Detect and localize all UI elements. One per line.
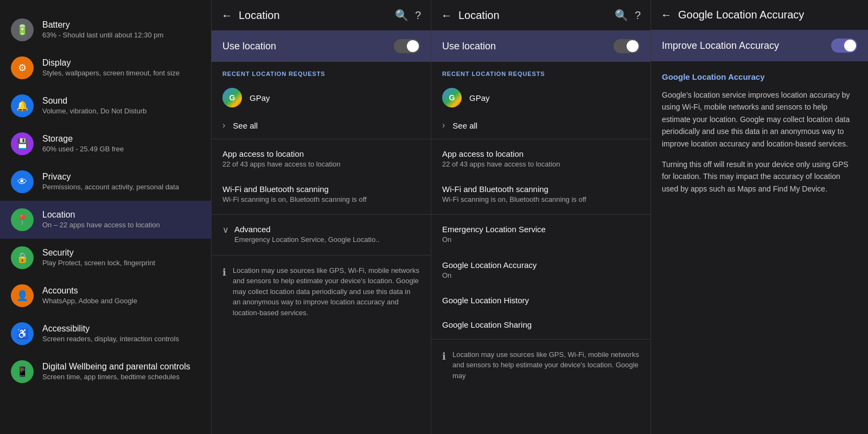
info-note-p2: ℹ Location may use sources like GPS, Wi-… [212, 258, 431, 326]
panel2-header: ← Location 🔍 ? [212, 0, 431, 30]
wifi-scan-p2[interactable]: Wi-Fi and Bluetooth scanning Wi-Fi scann… [212, 177, 431, 212]
app-access-subtitle-p2: 22 of 43 apps have access to location [222, 159, 420, 169]
icon-display: ⚙ [11, 56, 34, 79]
advanced-text-p2: Advanced Emergency Location Service, Goo… [234, 225, 379, 245]
gpay-text-p2: GPay [250, 93, 420, 103]
display-subtitle: Styles, wallpapers, screen timeout, font… [42, 69, 200, 78]
use-location-label-p3: Use location [442, 41, 496, 52]
digital-wellbeing-title: Digital Wellbeing and parental controls [42, 362, 200, 372]
security-text: Security Play Protect, screen lock, fing… [42, 248, 200, 268]
use-location-bar-p3: Use location [431, 30, 650, 62]
help-icon-p3[interactable]: ? [635, 9, 641, 22]
sound-subtitle: Volume, vibration, Do Not Disturb [42, 107, 200, 116]
back-arrow-p4[interactable]: ← [661, 9, 672, 21]
gpay-icon-p2: G [222, 88, 242, 107]
sidebar-item-accounts[interactable]: 👤 Accounts WhatsApp, Adobe and Google [0, 277, 211, 315]
icon-digital-wellbeing: 📱 [11, 360, 34, 383]
panel3-header: ← Location 🔍 ? [431, 0, 650, 30]
google-accuracy-subtitle-p3: On [442, 271, 640, 280]
google-history-p3[interactable]: Google Location History [431, 288, 650, 312]
info-icon-p2: ℹ [222, 266, 226, 278]
wifi-scan-p3[interactable]: Wi-Fi and Bluetooth scanning Wi-Fi scann… [431, 177, 650, 212]
sidebar-item-sound[interactable]: 🔔 Sound Volume, vibration, Do Not Distur… [0, 87, 211, 125]
sidebar-item-location[interactable]: 📍 Location On – 22 apps have access to l… [0, 201, 211, 239]
info-text-p3: Location may use sources like GPS, Wi-Fi… [452, 349, 640, 381]
see-all-p2[interactable]: › See all [212, 114, 431, 137]
google-sharing-p3[interactable]: Google Location Sharing [431, 312, 650, 337]
wifi-scan-title-p2: Wi-Fi and Bluetooth scanning [222, 184, 420, 194]
storage-title: Storage [42, 134, 200, 144]
use-location-bar-p2: Use location [212, 30, 431, 62]
settings-sidebar: 🔋 Battery 63% - Should last until about … [0, 0, 212, 434]
sound-text: Sound Volume, vibration, Do Not Disturb [42, 96, 200, 116]
see-all-p3[interactable]: › See all [431, 114, 650, 137]
accessibility-title: Accessibility [42, 324, 200, 334]
google-accuracy-section-title: Google Location Accuracy [662, 72, 857, 81]
google-accuracy-body: Google Location Accuracy Google's locati… [651, 61, 868, 214]
accessibility-subtitle: Screen readers, display, interaction con… [42, 335, 200, 344]
emergency-title-p3: Emergency Location Service [442, 225, 640, 234]
panel4-header: ← Google Location Accuracy [651, 0, 868, 30]
recent-requests-label-p2: RECENT LOCATION REQUESTS [212, 62, 431, 81]
improve-label: Improve Location Accuracy [662, 40, 779, 52]
advanced-section-p2[interactable]: ∨ Advanced Emergency Location Service, G… [212, 217, 431, 252]
sound-title: Sound [42, 96, 200, 106]
battery-subtitle: 63% - Should last until about 12:30 pm [42, 31, 200, 40]
improve-accuracy-bar: Improve Location Accuracy [651, 30, 868, 61]
google-history-title-p3: Google Location History [442, 296, 640, 305]
location-subtitle: On – 22 apps have access to location [42, 221, 200, 230]
panel2-title: Location [239, 9, 388, 22]
display-text: Display Styles, wallpapers, screen timeo… [42, 58, 200, 78]
sidebar-item-storage[interactable]: 💾 Storage 60% used - 25.49 GB free [0, 125, 211, 163]
use-location-toggle-p3[interactable] [614, 39, 640, 53]
search-icon-p2[interactable]: 🔍 [395, 9, 409, 22]
help-icon-p2[interactable]: ? [415, 9, 421, 22]
icon-accounts: 👤 [11, 284, 34, 307]
advanced-label-p2: Advanced [234, 225, 379, 234]
sidebar-item-privacy[interactable]: 👁 Privacy Permissions, account activity,… [0, 163, 211, 201]
emergency-subtitle-p3: On [442, 235, 640, 245]
sidebar-item-accessibility[interactable]: ♿ Accessibility Screen readers, display,… [0, 315, 211, 353]
display-title: Display [42, 58, 200, 68]
back-arrow-p3[interactable]: ← [441, 9, 452, 22]
sidebar-item-display[interactable]: ⚙ Display Styles, wallpapers, screen tim… [0, 49, 211, 87]
battery-text: Battery 63% - Should last until about 12… [42, 20, 200, 40]
gpay-icon-p3: G [442, 88, 462, 107]
sidebar-item-battery[interactable]: 🔋 Battery 63% - Should last until about … [0, 11, 211, 49]
privacy-subtitle: Permissions, account activity, personal … [42, 183, 200, 192]
gpay-name-p2: GPay [250, 93, 420, 103]
chevron-see-all-p2: › [222, 120, 225, 130]
privacy-title: Privacy [42, 172, 200, 182]
app-access-p2[interactable]: App access to location 22 of 43 apps hav… [212, 142, 431, 177]
divider-2-p2 [212, 214, 431, 215]
back-arrow-p2[interactable]: ← [221, 9, 232, 22]
see-all-label-p3: See all [452, 121, 477, 130]
divider-1-p3 [431, 139, 650, 139]
app-access-p3[interactable]: App access to location 22 of 43 apps hav… [431, 142, 650, 177]
sidebar-item-security[interactable]: 🔒 Security Play Protect, screen lock, fi… [0, 239, 211, 277]
gpay-text-p3: GPay [469, 93, 640, 103]
info-note-p3: ℹ Location may use sources like GPS, Wi-… [431, 342, 650, 389]
panel4-title: Google Location Accuracy [678, 9, 858, 21]
app-access-subtitle-p3: 22 of 43 apps have access to location [442, 159, 640, 169]
panel3-title: Location [458, 9, 608, 22]
accounts-subtitle: WhatsApp, Adobe and Google [42, 297, 200, 306]
use-location-toggle-p2[interactable] [394, 39, 420, 53]
wifi-scan-title-p3: Wi-Fi and Bluetooth scanning [442, 184, 640, 194]
improve-accuracy-toggle[interactable] [831, 39, 857, 53]
sidebar-item-digital-wellbeing[interactable]: 📱 Digital Wellbeing and parental control… [0, 353, 211, 391]
location-title: Location [42, 210, 200, 220]
privacy-text: Privacy Permissions, account activity, p… [42, 172, 200, 192]
app-access-title-p2: App access to location [222, 149, 420, 158]
see-all-label-p2: See all [233, 121, 258, 130]
search-icon-p3[interactable]: 🔍 [615, 9, 628, 22]
location-panel-expanded: ← Location 🔍 ? Use location RECENT LOCAT… [431, 0, 651, 434]
gpay-item-p2[interactable]: G GPay [212, 81, 431, 114]
icon-security: 🔒 [11, 246, 34, 269]
accessibility-text: Accessibility Screen readers, display, i… [42, 324, 200, 344]
gpay-item-p3[interactable]: G GPay [431, 81, 650, 114]
chevron-down-icon: ∨ [222, 225, 229, 235]
emergency-location-p3[interactable]: Emergency Location Service On [431, 217, 650, 252]
google-accuracy-p3[interactable]: Google Location Accuracy On [431, 253, 650, 288]
advanced-subtitle-p2: Emergency Location Service, Google Locat… [234, 235, 379, 245]
